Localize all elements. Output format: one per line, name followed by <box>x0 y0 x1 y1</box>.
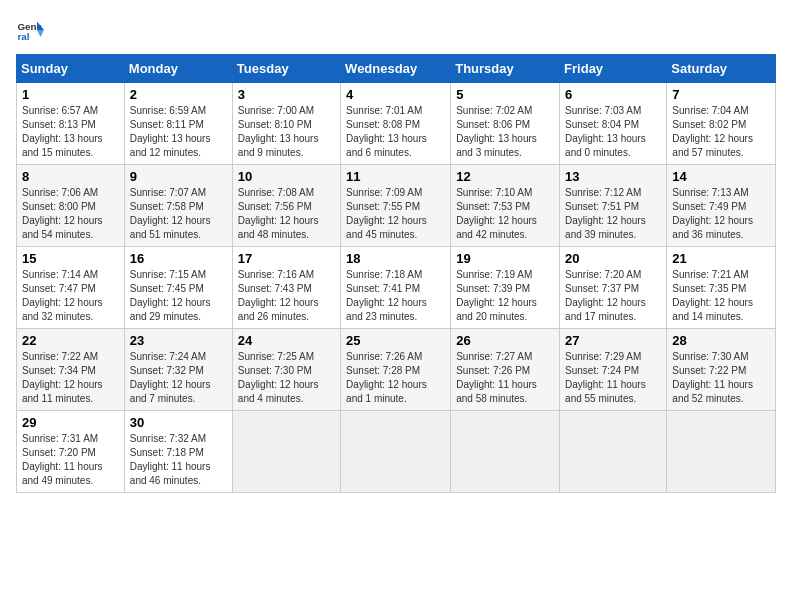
day-number: 13 <box>565 169 661 184</box>
day-number: 6 <box>565 87 661 102</box>
day-number: 20 <box>565 251 661 266</box>
calendar-cell: 6 Sunrise: 7:03 AM Sunset: 8:04 PM Dayli… <box>560 83 667 165</box>
day-detail: Sunrise: 7:22 AM Sunset: 7:34 PM Dayligh… <box>22 350 119 406</box>
day-number: 28 <box>672 333 770 348</box>
calendar-cell: 21 Sunrise: 7:21 AM Sunset: 7:35 PM Dayl… <box>667 247 776 329</box>
dow-header-monday: Monday <box>124 55 232 83</box>
calendar-cell: 5 Sunrise: 7:02 AM Sunset: 8:06 PM Dayli… <box>451 83 560 165</box>
logo-icon: Gene ral <box>16 16 44 44</box>
calendar-cell <box>667 411 776 493</box>
dow-header-tuesday: Tuesday <box>232 55 340 83</box>
calendar-cell: 24 Sunrise: 7:25 AM Sunset: 7:30 PM Dayl… <box>232 329 340 411</box>
calendar-cell <box>232 411 340 493</box>
calendar-cell: 2 Sunrise: 6:59 AM Sunset: 8:11 PM Dayli… <box>124 83 232 165</box>
day-number: 30 <box>130 415 227 430</box>
calendar-cell: 17 Sunrise: 7:16 AM Sunset: 7:43 PM Dayl… <box>232 247 340 329</box>
day-number: 9 <box>130 169 227 184</box>
svg-text:ral: ral <box>17 31 29 42</box>
day-number: 16 <box>130 251 227 266</box>
calendar-week-row: 15 Sunrise: 7:14 AM Sunset: 7:47 PM Dayl… <box>17 247 776 329</box>
calendar-week-row: 29 Sunrise: 7:31 AM Sunset: 7:20 PM Dayl… <box>17 411 776 493</box>
calendar-cell: 30 Sunrise: 7:32 AM Sunset: 7:18 PM Dayl… <box>124 411 232 493</box>
calendar-cell: 29 Sunrise: 7:31 AM Sunset: 7:20 PM Dayl… <box>17 411 125 493</box>
calendar-cell: 4 Sunrise: 7:01 AM Sunset: 8:08 PM Dayli… <box>341 83 451 165</box>
day-number: 24 <box>238 333 335 348</box>
day-detail: Sunrise: 6:59 AM Sunset: 8:11 PM Dayligh… <box>130 104 227 160</box>
day-number: 7 <box>672 87 770 102</box>
logo: Gene ral <box>16 16 48 44</box>
day-detail: Sunrise: 7:27 AM Sunset: 7:26 PM Dayligh… <box>456 350 554 406</box>
day-detail: Sunrise: 7:16 AM Sunset: 7:43 PM Dayligh… <box>238 268 335 324</box>
calendar-cell <box>451 411 560 493</box>
day-number: 26 <box>456 333 554 348</box>
calendar-cell: 1 Sunrise: 6:57 AM Sunset: 8:13 PM Dayli… <box>17 83 125 165</box>
day-detail: Sunrise: 7:09 AM Sunset: 7:55 PM Dayligh… <box>346 186 445 242</box>
day-detail: Sunrise: 7:13 AM Sunset: 7:49 PM Dayligh… <box>672 186 770 242</box>
calendar-cell: 12 Sunrise: 7:10 AM Sunset: 7:53 PM Dayl… <box>451 165 560 247</box>
day-detail: Sunrise: 7:14 AM Sunset: 7:47 PM Dayligh… <box>22 268 119 324</box>
calendar-cell <box>560 411 667 493</box>
day-detail: Sunrise: 7:10 AM Sunset: 7:53 PM Dayligh… <box>456 186 554 242</box>
calendar-cell: 22 Sunrise: 7:22 AM Sunset: 7:34 PM Dayl… <box>17 329 125 411</box>
calendar-cell: 25 Sunrise: 7:26 AM Sunset: 7:28 PM Dayl… <box>341 329 451 411</box>
day-detail: Sunrise: 7:15 AM Sunset: 7:45 PM Dayligh… <box>130 268 227 324</box>
day-detail: Sunrise: 7:24 AM Sunset: 7:32 PM Dayligh… <box>130 350 227 406</box>
day-detail: Sunrise: 7:06 AM Sunset: 8:00 PM Dayligh… <box>22 186 119 242</box>
day-number: 11 <box>346 169 445 184</box>
day-detail: Sunrise: 7:03 AM Sunset: 8:04 PM Dayligh… <box>565 104 661 160</box>
day-detail: Sunrise: 7:31 AM Sunset: 7:20 PM Dayligh… <box>22 432 119 488</box>
day-number: 3 <box>238 87 335 102</box>
day-number: 19 <box>456 251 554 266</box>
day-detail: Sunrise: 6:57 AM Sunset: 8:13 PM Dayligh… <box>22 104 119 160</box>
calendar-cell: 19 Sunrise: 7:19 AM Sunset: 7:39 PM Dayl… <box>451 247 560 329</box>
day-detail: Sunrise: 7:25 AM Sunset: 7:30 PM Dayligh… <box>238 350 335 406</box>
day-detail: Sunrise: 7:00 AM Sunset: 8:10 PM Dayligh… <box>238 104 335 160</box>
day-number: 10 <box>238 169 335 184</box>
calendar-cell: 15 Sunrise: 7:14 AM Sunset: 7:47 PM Dayl… <box>17 247 125 329</box>
calendar-cell: 16 Sunrise: 7:15 AM Sunset: 7:45 PM Dayl… <box>124 247 232 329</box>
day-detail: Sunrise: 7:20 AM Sunset: 7:37 PM Dayligh… <box>565 268 661 324</box>
page-header: Gene ral <box>16 16 776 44</box>
day-number: 18 <box>346 251 445 266</box>
calendar-cell: 20 Sunrise: 7:20 AM Sunset: 7:37 PM Dayl… <box>560 247 667 329</box>
day-number: 1 <box>22 87 119 102</box>
day-number: 12 <box>456 169 554 184</box>
calendar-week-row: 8 Sunrise: 7:06 AM Sunset: 8:00 PM Dayli… <box>17 165 776 247</box>
calendar-cell: 9 Sunrise: 7:07 AM Sunset: 7:58 PM Dayli… <box>124 165 232 247</box>
day-detail: Sunrise: 7:32 AM Sunset: 7:18 PM Dayligh… <box>130 432 227 488</box>
day-number: 4 <box>346 87 445 102</box>
day-detail: Sunrise: 7:12 AM Sunset: 7:51 PM Dayligh… <box>565 186 661 242</box>
day-detail: Sunrise: 7:18 AM Sunset: 7:41 PM Dayligh… <box>346 268 445 324</box>
calendar-week-row: 22 Sunrise: 7:22 AM Sunset: 7:34 PM Dayl… <box>17 329 776 411</box>
day-detail: Sunrise: 7:08 AM Sunset: 7:56 PM Dayligh… <box>238 186 335 242</box>
calendar-cell: 3 Sunrise: 7:00 AM Sunset: 8:10 PM Dayli… <box>232 83 340 165</box>
day-detail: Sunrise: 7:30 AM Sunset: 7:22 PM Dayligh… <box>672 350 770 406</box>
day-detail: Sunrise: 7:29 AM Sunset: 7:24 PM Dayligh… <box>565 350 661 406</box>
dow-header-sunday: Sunday <box>17 55 125 83</box>
day-detail: Sunrise: 7:04 AM Sunset: 8:02 PM Dayligh… <box>672 104 770 160</box>
calendar-cell <box>341 411 451 493</box>
day-detail: Sunrise: 7:21 AM Sunset: 7:35 PM Dayligh… <box>672 268 770 324</box>
calendar-cell: 7 Sunrise: 7:04 AM Sunset: 8:02 PM Dayli… <box>667 83 776 165</box>
day-number: 27 <box>565 333 661 348</box>
dow-header-friday: Friday <box>560 55 667 83</box>
calendar-cell: 13 Sunrise: 7:12 AM Sunset: 7:51 PM Dayl… <box>560 165 667 247</box>
calendar-cell: 11 Sunrise: 7:09 AM Sunset: 7:55 PM Dayl… <box>341 165 451 247</box>
day-detail: Sunrise: 7:19 AM Sunset: 7:39 PM Dayligh… <box>456 268 554 324</box>
calendar-cell: 14 Sunrise: 7:13 AM Sunset: 7:49 PM Dayl… <box>667 165 776 247</box>
calendar-table: SundayMondayTuesdayWednesdayThursdayFrid… <box>16 54 776 493</box>
day-detail: Sunrise: 7:07 AM Sunset: 7:58 PM Dayligh… <box>130 186 227 242</box>
day-number: 8 <box>22 169 119 184</box>
calendar-cell: 18 Sunrise: 7:18 AM Sunset: 7:41 PM Dayl… <box>341 247 451 329</box>
day-number: 21 <box>672 251 770 266</box>
calendar-cell: 8 Sunrise: 7:06 AM Sunset: 8:00 PM Dayli… <box>17 165 125 247</box>
day-number: 2 <box>130 87 227 102</box>
calendar-cell: 28 Sunrise: 7:30 AM Sunset: 7:22 PM Dayl… <box>667 329 776 411</box>
day-number: 17 <box>238 251 335 266</box>
calendar-week-row: 1 Sunrise: 6:57 AM Sunset: 8:13 PM Dayli… <box>17 83 776 165</box>
dow-header-saturday: Saturday <box>667 55 776 83</box>
day-number: 5 <box>456 87 554 102</box>
calendar-cell: 26 Sunrise: 7:27 AM Sunset: 7:26 PM Dayl… <box>451 329 560 411</box>
day-detail: Sunrise: 7:01 AM Sunset: 8:08 PM Dayligh… <box>346 104 445 160</box>
day-number: 29 <box>22 415 119 430</box>
